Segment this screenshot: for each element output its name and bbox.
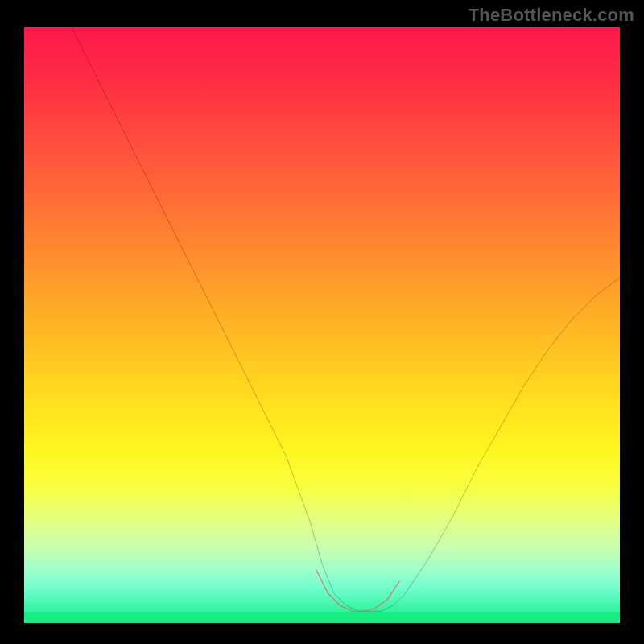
chart-svg [24,27,620,623]
flat-zone-highlight-path [316,569,400,611]
plot-area [24,27,620,623]
chart-frame: TheBottleneck.com [0,0,644,644]
bottleneck-curve-path [72,27,620,611]
watermark-text: TheBottleneck.com [469,5,634,26]
